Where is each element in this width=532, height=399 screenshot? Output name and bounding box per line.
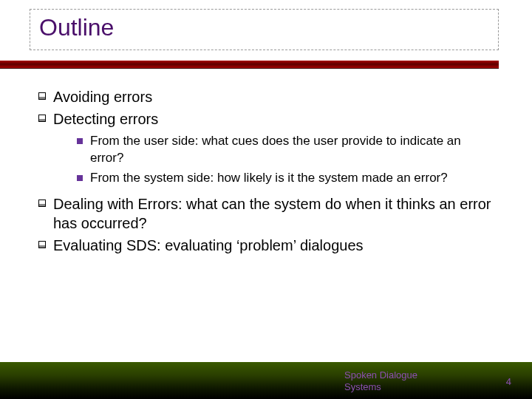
sub-bullet-item: From the user side: what cues does the u…	[77, 133, 493, 167]
square-sub-bullet-icon	[77, 175, 83, 181]
footer-label: Spoken Dialogue Systems	[344, 369, 417, 394]
sub-bullet-text: From the user side: what cues does the u…	[90, 133, 493, 167]
bullet-item: Dealing with Errors: what can the system…	[38, 194, 493, 233]
bullet-item: Detecting errors	[38, 109, 493, 129]
square-bullet-icon	[38, 241, 46, 248]
square-sub-bullet-icon	[77, 138, 83, 144]
square-bullet-icon	[38, 92, 46, 100]
divider-bar	[0, 61, 499, 69]
footer-gradient	[0, 362, 532, 399]
page-number: 4	[506, 376, 511, 387]
slide-title: Outline	[39, 14, 489, 41]
content-area: Avoiding errors Detecting errors From th…	[38, 87, 493, 258]
bullet-text: Dealing with Errors: what can the system…	[53, 194, 493, 233]
footer: Spoken Dialogue Systems 4	[0, 359, 532, 399]
sub-bullet-item: From the system side: how likely is it t…	[77, 170, 493, 187]
title-container: Outline	[30, 9, 499, 50]
bullet-text: Detecting errors	[53, 109, 158, 129]
bullet-text: Evaluating SDS: evaluating ‘problem’ dia…	[53, 236, 364, 255]
bullet-item: Evaluating SDS: evaluating ‘problem’ dia…	[38, 236, 493, 255]
footer-line1: Spoken Dialogue	[344, 369, 417, 381]
footer-line2: Systems	[344, 381, 381, 392]
sub-bullet-text: From the system side: how likely is it t…	[90, 170, 448, 187]
square-bullet-icon	[38, 115, 46, 122]
sub-bullet-list: From the user side: what cues does the u…	[77, 133, 493, 187]
bullet-item: Avoiding errors	[38, 87, 493, 106]
square-bullet-icon	[38, 200, 46, 207]
bullet-text: Avoiding errors	[53, 87, 152, 106]
